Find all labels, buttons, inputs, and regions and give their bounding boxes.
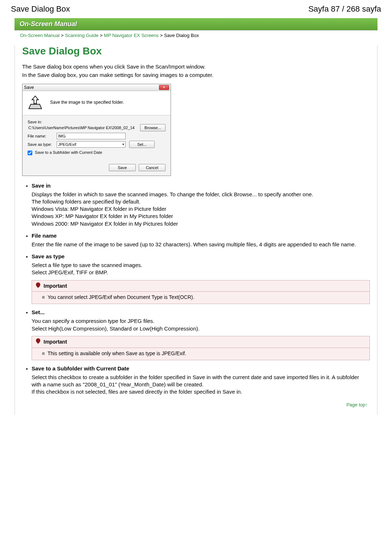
item-save-as-type: Save as type Select a file type to save …: [32, 253, 370, 304]
save-button[interactable]: Save: [109, 164, 136, 171]
subfolder-checkbox[interactable]: [28, 151, 32, 155]
item-save-in: Save in Displays the folder in which to …: [32, 182, 370, 227]
close-icon[interactable]: ✕: [159, 85, 169, 90]
important-text: This setting is available only when Save…: [48, 350, 186, 356]
item-text: You can specify a compression type for J…: [32, 317, 370, 325]
browse-button[interactable]: Browse...: [140, 124, 166, 131]
cancel-button[interactable]: Cancel: [139, 164, 166, 171]
item-text: Select High(Low Compression), Standard o…: [32, 325, 370, 332]
item-text: Select JPEG/Exif, TIFF or BMP.: [32, 269, 370, 276]
item-text: Windows XP: MP Navigator EX folder in My…: [32, 213, 370, 220]
filename-input[interactable]: [57, 133, 126, 139]
intro-2: In the Save dialog box, you can make set…: [22, 72, 370, 78]
item-text: Enter the file name of the image to be s…: [32, 241, 370, 248]
item-title: Save as type: [32, 253, 370, 259]
save-arrow-icon: [28, 95, 43, 110]
item-text: Displays the folder in which to save the…: [32, 191, 370, 198]
item-title: Save in: [32, 182, 370, 189]
filename-label: File name:: [28, 134, 57, 138]
important-title: Important: [44, 283, 67, 290]
item-file-name: File name Enter the file name of the ima…: [32, 233, 370, 248]
item-text: Windows 2000: MP Navigator EX folder in …: [32, 220, 370, 227]
bullet-icon: [42, 296, 45, 299]
savein-label: Save in:: [28, 120, 166, 124]
page-header-right: Sayfa 87 / 268 sayfa: [308, 4, 381, 14]
breadcrumb-link-2[interactable]: Scanning Guide: [65, 33, 99, 38]
important-text: You cannot select JPEG/Exif when Documen…: [48, 294, 194, 300]
important-note: Important You cannot select JPEG/Exif wh…: [32, 280, 370, 304]
subfolder-checkbox-label: Save to a Subfolder with Current Date: [35, 150, 102, 155]
item-subfolder: Save to a Subfolder with Current Date Se…: [32, 365, 370, 396]
savein-path: C:\Users\UserName\Pictures\MP Navigator …: [28, 126, 140, 130]
set-button[interactable]: Set...: [129, 141, 155, 148]
arrow-up-icon: ↑: [366, 402, 368, 407]
save-dialog: Save ✕ Save the image to the specified f…: [22, 84, 171, 176]
breadcrumb-link-1[interactable]: On-Screen Manual: [20, 33, 60, 38]
breadcrumb: On-Screen Manual > Scanning Guide > MP N…: [20, 33, 377, 38]
dialog-headline: Save the image to the specified folder.: [50, 100, 124, 105]
important-title: Important: [44, 338, 67, 345]
page-top-link[interactable]: Page top↑: [346, 402, 368, 407]
saveas-label: Save as type:: [28, 142, 57, 147]
saveas-select[interactable]: JPEG/Exif: [57, 141, 126, 148]
manual-strip: On-Screen Manual: [15, 18, 377, 30]
dialog-title: Save: [24, 85, 34, 90]
breadcrumb-link-3[interactable]: MP Navigator EX Screens: [104, 33, 159, 38]
dialog-titlebar: Save ✕: [23, 84, 171, 91]
page-title: Save Dialog Box: [22, 45, 370, 57]
important-note: Important This setting is available only…: [32, 336, 370, 360]
page-header-left: Save Dialog Box: [11, 4, 70, 14]
item-title: Save to a Subfolder with Current Date: [32, 365, 370, 372]
important-icon: [35, 282, 44, 290]
bullet-icon: [42, 352, 45, 355]
intro-1: The Save dialog box opens when you click…: [22, 63, 370, 70]
item-text: Select a file type to save the scanned i…: [32, 262, 370, 269]
item-title: Set...: [32, 309, 370, 315]
item-text: Select this checkbox to create a subfold…: [32, 374, 370, 389]
item-set: Set... You can specify a compression typ…: [32, 309, 370, 360]
breadcrumb-current: Save Dialog Box: [164, 33, 199, 38]
item-text: If this checkbox is not selected, files …: [32, 388, 370, 395]
item-text: The following folders are specified by d…: [32, 198, 370, 205]
item-title: File name: [32, 233, 370, 239]
important-icon: [35, 338, 44, 346]
item-text: Windows Vista: MP Navigator EX folder in…: [32, 205, 370, 213]
